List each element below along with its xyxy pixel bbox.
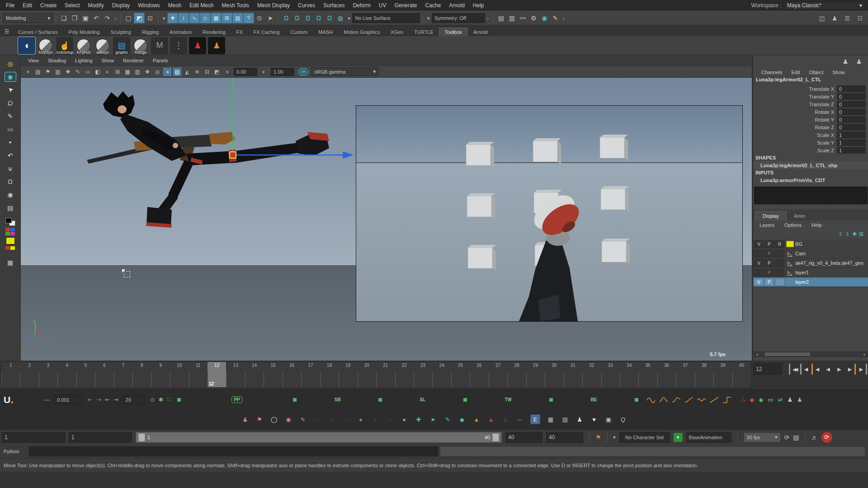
snap-to-curves-icon[interactable]: Ω [292, 13, 302, 23]
mask-deformations-icon[interactable]: ▦ [211, 13, 222, 23]
scroll-right-icon[interactable]: ▸ [862, 352, 867, 357]
collapser-icon[interactable]: ▾ [162, 15, 165, 22]
layer-swatch[interactable] [786, 241, 794, 247]
timeline-frame-14[interactable]: 14 [245, 362, 264, 387]
ipr-render-icon[interactable]: IPR [517, 13, 528, 23]
timeline-frame-27[interactable]: 27 [489, 362, 507, 387]
layer-r-toggle[interactable] [775, 250, 784, 258]
tween-key-marker[interactable] [293, 398, 297, 402]
viewport-menu-view[interactable]: View [24, 55, 43, 66]
tween-dot[interactable]: · [564, 397, 566, 403]
auto-keyframe-icon[interactable]: ⟳ [821, 432, 832, 443]
channel-box-menu-channels[interactable]: Channels [758, 70, 786, 75]
animbot-logo[interactable]: U [4, 394, 10, 405]
menu-modify[interactable]: Modify [84, 0, 108, 11]
step-back-frame-button[interactable]: ◀ [800, 364, 811, 375]
animbot-menu-icon[interactable]: Ɛ [530, 414, 540, 424]
highlight-selection-icon[interactable]: ➤ [265, 13, 276, 23]
tween-key-marker[interactable] [378, 398, 382, 402]
brush-icon[interactable]: ✎ [299, 416, 307, 423]
flag-icon[interactable]: ⚑ [255, 416, 264, 423]
tween-dot[interactable]: · [192, 397, 194, 403]
menu-windows[interactable]: Windows [134, 0, 164, 11]
shelf-tab-mash[interactable]: MASH [313, 28, 338, 36]
shelf-tab-toolbox[interactable]: Toolbox [439, 28, 468, 36]
timeline-frame-9[interactable]: 9 [151, 362, 170, 387]
safe-title-icon[interactable]: ▥ [133, 67, 142, 76]
pose-library-icon[interactable]: ♟ [241, 416, 249, 423]
timeline-frame-24[interactable]: 24 [432, 362, 451, 387]
timeline-frame-18[interactable]: 18 [320, 362, 339, 387]
tween-overshoot-icon[interactable] [672, 397, 681, 403]
tween-wave-icon[interactable] [697, 397, 706, 403]
paint-effects-icon[interactable]: ✎ [550, 13, 561, 23]
lasso-icon[interactable]: Ϙ [3, 95, 18, 111]
timeline-frame-33[interactable]: 33 [601, 362, 620, 387]
timeline-frame-15[interactable]: 15 [264, 362, 282, 387]
flower-icon[interactable]: ✱ [159, 396, 164, 403]
arrow-prev-key-icon[interactable]: ⇠ [88, 396, 93, 403]
timeline-frame-39[interactable]: 39 [713, 362, 732, 387]
viewport-menu-shading[interactable]: Shading [43, 55, 71, 66]
tween-dot[interactable]: · [406, 397, 408, 403]
playback-start-field[interactable]: 1 [69, 432, 132, 443]
select-by-hierarchy-icon[interactable]: ▢ [123, 13, 134, 23]
attribute-value-field[interactable]: 0 [837, 101, 866, 108]
layer-swatch[interactable]: ◺ [786, 250, 794, 257]
menu-arnold[interactable]: Arnold [445, 0, 469, 11]
attribute-value-field[interactable]: 0 [837, 108, 866, 115]
shape-node[interactable]: Luna3p:legArmor02_L_CTL_shp [753, 161, 868, 169]
search-icon[interactable]: Ϙ [619, 416, 627, 423]
red-keys-icon[interactable]: ▲ [487, 416, 495, 423]
layer-p-toggle[interactable]: P [764, 240, 774, 248]
tween-preset-sb[interactable]: SB [335, 397, 341, 402]
dot-icon[interactable]: • [5, 137, 16, 147]
contrast-icon[interactable]: ◐ [259, 67, 269, 76]
timeline-frame-38[interactable]: 38 [695, 362, 713, 387]
chevron-down-icon[interactable]: ▾ [613, 435, 616, 440]
menu-mesh-display[interactable]: Mesh Display [253, 0, 294, 11]
dot-sep-3-icon[interactable]: · [342, 416, 350, 423]
shelf-tab-custom[interactable]: Custom [285, 28, 313, 36]
menu-uv[interactable]: UV [375, 0, 391, 11]
move-tool-mini-icon[interactable]: ✚ [415, 416, 423, 423]
tween-step-icon[interactable] [722, 397, 731, 403]
shelf-tab-rendering[interactable]: Rendering [197, 28, 231, 36]
textured-icon[interactable]: ▨ [173, 67, 182, 76]
tween-linear-icon[interactable] [710, 397, 719, 403]
timeline-frame-12[interactable]: 1212 [208, 362, 226, 387]
timeline-frame-10[interactable]: 10 [170, 362, 189, 387]
tween-dot[interactable]: · [523, 397, 525, 403]
layer-row-cam[interactable]: P◺Cam [753, 249, 868, 258]
move-layer-up-icon[interactable]: ⇧ [839, 231, 843, 237]
layer-v-toggle[interactable]: V [754, 278, 764, 286]
viewport-menu-lighting[interactable]: Lighting [71, 55, 97, 66]
go-to-end-button[interactable]: ▶ [857, 364, 867, 375]
grid-display-icon[interactable]: ◩ [212, 67, 222, 76]
menu-file[interactable]: File [2, 0, 19, 11]
step-forward-key-button[interactable]: ▶ [845, 364, 856, 375]
timeline-frame-25[interactable]: 25 [451, 362, 470, 387]
undo-icon[interactable]: ↶ [91, 13, 102, 23]
collapser-icon[interactable]: › [562, 15, 564, 22]
timeline-frame-40[interactable]: 40 [732, 362, 751, 387]
anim-layer-key-icon[interactable]: ▾ [674, 433, 683, 442]
mask-curves-icon[interactable]: ∿ [189, 13, 200, 23]
timeline-frame-21[interactable]: 21 [376, 362, 395, 387]
attribute-value-field[interactable]: 1 [837, 147, 866, 154]
attribute-value-field[interactable]: 1 [837, 131, 866, 138]
make-object-live-icon[interactable]: ◍ [335, 13, 346, 23]
humanik-icon[interactable]: ♟ [829, 13, 840, 23]
menu-set-select[interactable]: Modeling ▾ [3, 13, 53, 23]
orange-keys-icon[interactable]: ▲ [472, 416, 481, 423]
shelf-tab-xgen[interactable]: XGen [385, 28, 409, 36]
camera-attributes-icon[interactable]: ▤ [33, 67, 42, 76]
timeline-frame-28[interactable]: 28 [507, 362, 526, 387]
tween-dot[interactable]: · [205, 397, 207, 403]
hand-setup-icon[interactable]: ☝AckSetup [56, 37, 73, 54]
menu-edit-mesh[interactable]: Edit Mesh [185, 0, 217, 11]
scroll-left-icon[interactable]: ◂ [755, 352, 760, 357]
frame-all-icon[interactable]: ❖ [143, 67, 152, 76]
menu-create[interactable]: Create [36, 0, 61, 11]
layer-v-toggle[interactable] [754, 250, 764, 258]
